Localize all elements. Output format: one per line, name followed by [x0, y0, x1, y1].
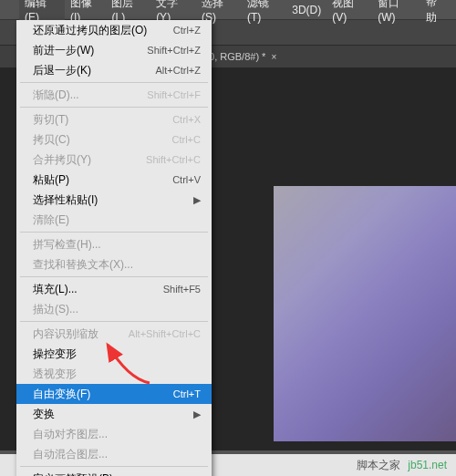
menu-item-shortcut: Alt+Shift+Ctrl+C: [129, 326, 201, 341]
menu-item-label: 填充(L)...: [33, 282, 78, 296]
menu-item-label: 渐隐(D)...: [33, 88, 79, 102]
menu-item[interactable]: 选择性粘贴(I)▶: [16, 190, 212, 210]
menu-item-label: 清除(E): [33, 212, 69, 227]
menu-item-label: 自动混合图层...: [33, 447, 108, 461]
menu-item-shortcut: Shift+Ctrl+Z: [147, 43, 201, 57]
menu-item-label: 拷贝(C): [33, 132, 70, 147]
menu-item-shortcut: Ctrl+X: [172, 112, 201, 127]
menu-window[interactable]: 窗口(W): [372, 0, 420, 26]
menu-item[interactable]: 还原通过拷贝的图层(O)Ctrl+Z: [16, 20, 212, 40]
menu-item-label: 自动对齐图层...: [33, 427, 108, 441]
menu-separator: [20, 107, 208, 108]
menu-item: 清除(E): [16, 210, 212, 230]
menu-help[interactable]: 帮助: [420, 0, 452, 27]
menu-item-shortcut: Ctrl+Z: [173, 23, 201, 37]
menu-item: 描边(S)...: [16, 299, 212, 319]
menu-item: 自动混合图层...: [16, 444, 212, 464]
menu-item-label: 自由变换(F): [33, 387, 90, 401]
menu-item: 内容识别缩放Alt+Shift+Ctrl+C: [16, 324, 212, 344]
menu-item: 拷贝(C)Ctrl+C: [16, 129, 212, 150]
menu-item: 拼写检查(H)...: [16, 234, 212, 254]
menu-item-label: 拼写检查(H)...: [33, 237, 101, 252]
watermark-url: jb51.net: [408, 459, 447, 471]
menu-item-label: 前进一步(W): [33, 43, 94, 57]
menu-item-label: 选择性粘贴(I): [33, 192, 98, 207]
menu-item-shortcut: Ctrl+V: [172, 172, 201, 187]
menu-item[interactable]: 前进一步(W)Shift+Ctrl+Z: [16, 40, 212, 60]
menu-item-shortcut: Ctrl+C: [172, 132, 201, 147]
menu-item: 合并拷贝(Y)Shift+Ctrl+C: [16, 150, 212, 170]
menu-item: 自动对齐图层...: [16, 424, 212, 444]
menu-item-label: 内容识别缩放: [33, 326, 98, 341]
menu-item-label: 变换: [33, 407, 55, 421]
menu-view[interactable]: 视图(V): [326, 0, 372, 26]
menu-item-label: 描边(S)...: [33, 302, 78, 316]
menu-item-shortcut: Shift+Ctrl+C: [146, 152, 201, 167]
menu-filter[interactable]: 滤镜(T): [242, 0, 286, 26]
close-icon[interactable]: ×: [271, 52, 276, 62]
menubar: 编辑(E) 图像(I) 图层(L) 文字(Y) 选择(S) 滤镜(T) 3D(D…: [0, 0, 456, 20]
menu-item: 透视变形: [16, 364, 212, 384]
menu-item-shortcut: Alt+Ctrl+Z: [155, 63, 201, 78]
document-canvas[interactable]: [274, 186, 456, 441]
menu-item-shortcut: Ctrl+T: [173, 387, 201, 401]
menu-item[interactable]: 操控变形: [16, 344, 212, 364]
menu-item: 查找和替换文本(X)...: [16, 254, 212, 274]
menu-item-label: 定义画笔预设(B)...: [33, 471, 122, 476]
menu-item-label: 粘贴(P): [33, 172, 69, 187]
menu-separator: [20, 466, 208, 467]
menu-item[interactable]: 定义画笔预设(B)...: [16, 469, 212, 476]
menu-item-label: 合并拷贝(Y): [33, 152, 91, 167]
submenu-arrow-icon: ▶: [193, 407, 201, 421]
menu-item[interactable]: 填充(L)...Shift+F5: [16, 279, 212, 299]
menu-item-label: 后退一步(K): [33, 63, 91, 78]
submenu-arrow-icon: ▶: [193, 192, 201, 207]
menu-separator: [20, 276, 208, 277]
menu-item-shortcut: Shift+Ctrl+F: [147, 88, 201, 102]
menu-item: 渐隐(D)...Shift+Ctrl+F: [16, 85, 212, 105]
menu-item[interactable]: 自由变换(F)Ctrl+T: [16, 384, 212, 404]
menu-separator: [20, 82, 208, 83]
menu-item-shortcut: Shift+F5: [163, 282, 201, 296]
menu-item-label: 剪切(T): [33, 112, 68, 127]
menu-item-label: 透视变形: [33, 367, 77, 381]
menu-item[interactable]: 后退一步(K)Alt+Ctrl+Z: [16, 60, 212, 80]
menu-3d[interactable]: 3D(D): [286, 2, 326, 18]
menu-item[interactable]: 粘贴(P)Ctrl+V: [16, 170, 212, 190]
menu-item-label: 查找和替换文本(X)...: [33, 257, 133, 272]
edit-dropdown-menu: 还原通过拷贝的图层(O)Ctrl+Z前进一步(W)Shift+Ctrl+Z后退一…: [16, 20, 212, 476]
watermark-site: 脚本之家: [357, 458, 400, 473]
menu-item-label: 还原通过拷贝的图层(O): [33, 23, 147, 37]
menu-separator: [20, 232, 208, 233]
menu-separator: [20, 321, 208, 322]
menu-item[interactable]: 变换▶: [16, 404, 212, 424]
menu-item: 剪切(T)Ctrl+X: [16, 109, 212, 129]
menu-item-label: 操控变形: [33, 347, 77, 361]
